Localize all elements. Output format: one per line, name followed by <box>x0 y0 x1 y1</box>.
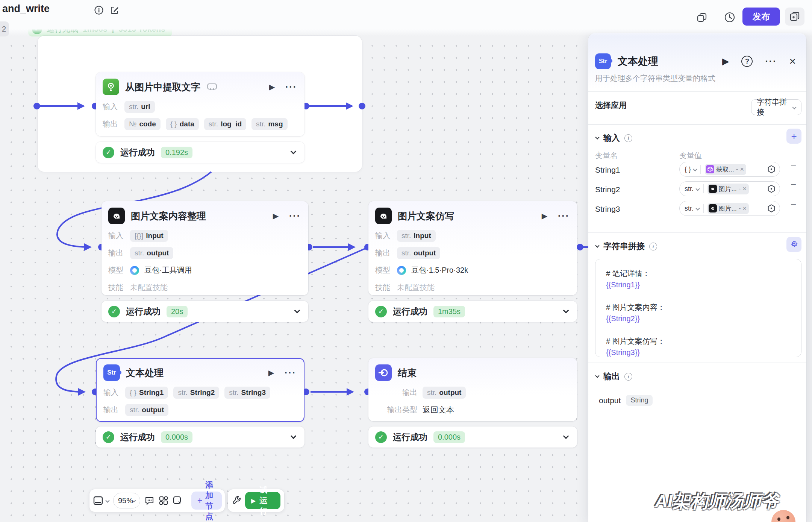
status-bar-imitate[interactable]: ✓ 运行成功 1m35s <box>368 301 577 322</box>
copy-icon[interactable] <box>696 12 707 23</box>
minimap-toggle[interactable] <box>92 495 109 506</box>
skill-label: 技能 <box>108 282 125 293</box>
adjust-icon[interactable] <box>767 204 776 213</box>
input-section-header[interactable]: 输入 i <box>596 132 632 144</box>
chevron-down-icon[interactable] <box>291 148 297 154</box>
remove-row-button[interactable]: − <box>791 159 796 171</box>
node-text-process[interactable]: Str 文本处理 ▶ ··· 输入 { }String1 str.String2… <box>96 358 304 422</box>
chevron-down-icon[interactable] <box>563 307 569 313</box>
adjust-icon[interactable] <box>767 184 776 193</box>
node-more-icon[interactable]: ··· <box>285 367 296 378</box>
chevron-down-icon[interactable] <box>291 433 297 439</box>
publish-button[interactable]: 发布 <box>742 8 780 26</box>
variable-ref-pill[interactable]: 获取... - × <box>705 164 746 175</box>
template-line <box>606 290 791 302</box>
port-dot <box>359 103 365 109</box>
param-pill: str.output <box>397 247 440 259</box>
info-icon: i <box>624 373 632 381</box>
select-app-dropdown[interactable]: 字符串拼接 <box>751 99 801 115</box>
remove-icon[interactable]: × <box>742 185 747 193</box>
zoom-select[interactable]: 95% <box>113 493 140 508</box>
version-count-badge[interactable]: 2 <box>0 21 9 36</box>
variable-ref-pill[interactable]: 图片... - × <box>707 184 749 194</box>
node-run-icon[interactable]: ▶ <box>268 368 274 377</box>
workflow-editor: 从图片中提取文字 ▶ ··· 输入 str.url 输出 №code { }da… <box>0 0 812 522</box>
status-label: 运行成功 <box>120 431 155 443</box>
status-bar-organize[interactable]: ✓ 运行成功 20s <box>102 301 308 322</box>
info-icon[interactable] <box>94 5 104 15</box>
node-output-row: 输出 str.output <box>108 246 301 260</box>
panel-more-icon[interactable]: ··· <box>765 56 777 67</box>
output-section-header[interactable]: 输出 i <box>596 371 632 382</box>
type-selector[interactable]: str. <box>685 205 694 212</box>
output-variable-row: output String <box>599 395 653 406</box>
node-run-icon[interactable]: ▶ <box>273 211 279 220</box>
column-variable-name: 变量名 <box>595 150 618 161</box>
remove-icon[interactable]: × <box>742 205 747 212</box>
node-input-row: 输入 [{}]input <box>108 229 301 243</box>
auto-layout-icon[interactable] <box>159 496 168 505</box>
node-input-row: 输入 { }String1 str.String2 str.String3 <box>103 385 297 399</box>
template-line: # 笔记详情： <box>606 268 791 279</box>
add-node-button[interactable]: + 添加节点 <box>191 492 222 510</box>
add-node-label: 添加节点 <box>205 480 216 522</box>
node-extract-text-from-image[interactable]: 从图片中提取文字 ▶ ··· 输入 str.url 输出 №code { }da… <box>96 72 304 136</box>
test-run-button[interactable]: ▶ 试运行 <box>245 492 280 509</box>
select-tool-icon[interactable] <box>173 496 183 506</box>
var-value-control[interactable]: str. 图片... - × <box>679 181 780 196</box>
adjust-icon[interactable] <box>767 165 776 174</box>
chevron-down-icon <box>695 187 700 191</box>
divider <box>588 232 806 233</box>
node-input-row: 输入 str.url <box>103 100 298 114</box>
node-more-icon[interactable]: ··· <box>285 82 297 93</box>
concat-template-editor[interactable]: # 笔记详情： {{String1}} # 图片文案内容： {{String2}… <box>595 259 801 357</box>
node-more-icon[interactable]: ··· <box>289 211 301 222</box>
history-icon[interactable] <box>724 11 736 23</box>
remove-icon[interactable]: × <box>740 165 744 173</box>
node-image-copy-imitate[interactable]: 图片文案仿写 ▶ ··· 输入 str.input 输出 str.output … <box>368 201 577 295</box>
var-name: String3 <box>595 205 620 214</box>
param-pill: str.msg <box>251 118 287 130</box>
node-output-row: 输出 №code { }data str.log_id str.msg <box>103 117 298 131</box>
close-icon[interactable]: × <box>789 56 796 67</box>
node-end[interactable]: 结束 输出 str.output 输出类型 返回文本 <box>368 358 577 421</box>
skill-value: 未配置技能 <box>130 282 168 293</box>
status-label: 运行成功 <box>126 306 161 317</box>
comment-icon[interactable] <box>144 496 155 506</box>
node-more-icon[interactable]: ··· <box>558 211 570 222</box>
variable-ref-pill[interactable]: 图片... - × <box>707 203 749 214</box>
type-selector[interactable]: { } <box>685 165 691 173</box>
remove-row-button[interactable]: − <box>791 199 796 210</box>
chevron-down-icon[interactable] <box>294 307 300 313</box>
type-selector[interactable]: str. <box>685 185 694 193</box>
concat-section-header[interactable]: 字符串拼接 i <box>596 241 657 252</box>
port-dot <box>577 244 583 250</box>
remove-row-button[interactable]: − <box>791 179 796 191</box>
node-image-copy-organize[interactable]: 图片文案内容整理 ▶ ··· 输入 [{}]input 输出 str.outpu… <box>102 201 308 295</box>
chevron-down-icon[interactable] <box>563 433 569 439</box>
concat-settings-button[interactable] <box>786 237 801 252</box>
status-bar-extract[interactable]: ✓ 运行成功 0.192s <box>96 142 304 163</box>
node-run-icon[interactable]: ▶ <box>542 211 547 220</box>
var-value-control[interactable]: { } 获取... - × <box>679 162 780 177</box>
wrench-icon[interactable] <box>232 496 241 505</box>
add-input-button[interactable]: + <box>786 129 801 144</box>
add-panel-button[interactable] <box>785 8 804 26</box>
end-node-icon <box>375 364 392 381</box>
panel-run-icon[interactable]: ▶ <box>722 56 729 67</box>
input-label: 输入 <box>103 387 120 398</box>
node-input-row: 输入 str.input <box>375 229 570 243</box>
status-bar-text-process[interactable]: ✓ 运行成功 0.000s <box>96 426 304 448</box>
node-output-row: 输出 str.output <box>375 385 570 399</box>
node-title: 结束 <box>398 367 417 379</box>
node-title: 图片文案内容整理 <box>131 210 206 222</box>
panel-title: 文本处理 <box>618 55 658 68</box>
help-icon[interactable]: ? <box>741 56 753 67</box>
status-time: 0.000s <box>433 431 465 443</box>
edit-icon[interactable] <box>110 5 120 15</box>
status-bar-end[interactable]: ✓ 运行成功 0.000s <box>368 426 577 448</box>
port-dot <box>33 103 40 109</box>
template-variable: {{String1}} <box>606 279 791 290</box>
var-value-control[interactable]: str. 图片... - × <box>679 201 780 216</box>
node-run-icon[interactable]: ▶ <box>269 82 275 91</box>
